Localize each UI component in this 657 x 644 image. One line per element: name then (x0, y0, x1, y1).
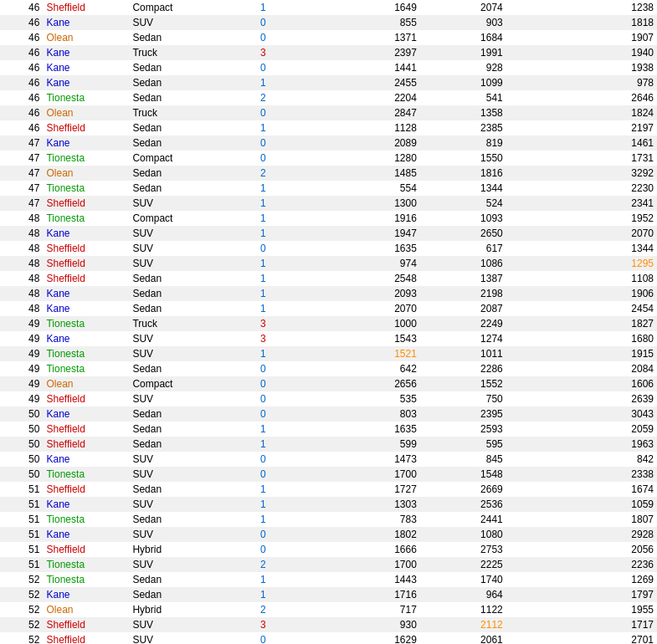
row-spacer2 (506, 512, 571, 527)
row-v2: 2074 (420, 0, 506, 15)
row-v2: 1086 (420, 256, 506, 271)
row-v3: 2928 (571, 527, 657, 542)
row-city: Kane (43, 587, 129, 602)
row-spacer2 (506, 406, 571, 422)
row-spacer1 (269, 30, 334, 45)
row-v3: 1606 (571, 376, 657, 391)
row-spacer1 (269, 286, 334, 301)
row-spacer1 (269, 406, 334, 422)
row-type: Sedan (129, 361, 226, 376)
row-num: 50 (0, 406, 43, 422)
row-city: Kane (43, 226, 129, 241)
row-type: SUV (129, 632, 226, 644)
row-type: SUV (129, 391, 226, 406)
row-city: Sheffield (43, 241, 129, 256)
row-flag: 1 (226, 286, 269, 301)
row-v3: 1295 (571, 256, 657, 271)
row-flag: 0 (226, 527, 269, 542)
row-flag: 3 (226, 45, 269, 60)
row-num: 49 (0, 316, 43, 331)
row-v1: 642 (334, 361, 420, 376)
table-row: 47 Kane Sedan 0 2089 819 1461 (0, 135, 657, 151)
row-spacer2 (506, 241, 571, 256)
row-v1: 930 (334, 617, 420, 632)
row-city: Kane (43, 75, 129, 90)
row-spacer2 (506, 316, 571, 331)
row-spacer2 (506, 286, 571, 301)
row-city: Kane (43, 301, 129, 316)
row-city: Tionesta (43, 211, 129, 226)
row-spacer1 (269, 15, 334, 30)
row-v3: 2639 (571, 391, 657, 406)
row-city: Tionesta (43, 181, 129, 196)
row-v1: 1635 (334, 241, 420, 256)
row-city: Kane (43, 286, 129, 301)
row-spacer1 (269, 542, 334, 557)
row-flag: 0 (226, 376, 269, 391)
table-row: 48 Kane SUV 1 1947 2650 2070 (0, 226, 657, 241)
row-v2: 1122 (420, 602, 506, 617)
row-v3: 1059 (571, 497, 657, 512)
row-spacer1 (269, 211, 334, 226)
row-flag: 1 (226, 346, 269, 361)
row-spacer2 (506, 422, 571, 437)
row-type: Truck (129, 316, 226, 331)
row-flag: 0 (226, 105, 269, 120)
row-city: Olean (43, 602, 129, 617)
row-spacer2 (506, 527, 571, 542)
row-flag: 0 (226, 60, 269, 75)
row-spacer1 (269, 482, 334, 497)
row-v2: 1093 (420, 211, 506, 226)
table-row: 52 Sheffield SUV 3 930 2112 1717 (0, 617, 657, 632)
row-num: 50 (0, 437, 43, 452)
row-num: 51 (0, 482, 43, 497)
row-v3: 1674 (571, 482, 657, 497)
row-spacer1 (269, 452, 334, 467)
row-flag: 1 (226, 271, 269, 286)
row-spacer1 (269, 467, 334, 482)
row-type: Sedan (129, 90, 226, 105)
row-spacer2 (506, 135, 571, 151)
row-num: 52 (0, 632, 43, 644)
row-flag: 1 (226, 211, 269, 226)
row-spacer1 (269, 316, 334, 331)
row-flag: 0 (226, 30, 269, 45)
row-v3: 1940 (571, 45, 657, 60)
row-flag: 0 (226, 391, 269, 406)
row-type: SUV (129, 497, 226, 512)
row-spacer1 (269, 166, 334, 181)
row-v3: 1461 (571, 135, 657, 151)
row-city: Sheffield (43, 0, 129, 15)
row-v2: 2593 (420, 422, 506, 437)
row-v3: 1938 (571, 60, 657, 75)
row-spacer2 (506, 120, 571, 135)
row-v2: 1080 (420, 527, 506, 542)
row-city: Tionesta (43, 361, 129, 376)
row-flag: 1 (226, 497, 269, 512)
row-num: 46 (0, 60, 43, 75)
row-city: Tionesta (43, 557, 129, 572)
row-spacer2 (506, 196, 571, 211)
row-v2: 2536 (420, 497, 506, 512)
row-v2: 964 (420, 587, 506, 602)
row-num: 48 (0, 241, 43, 256)
row-v1: 1485 (334, 166, 420, 181)
row-type: SUV (129, 331, 226, 346)
table-row: 51 Tionesta Sedan 1 783 2441 1807 (0, 512, 657, 527)
row-type: Truck (129, 105, 226, 120)
row-num: 51 (0, 542, 43, 557)
row-spacer1 (269, 271, 334, 286)
row-type: Sedan (129, 30, 226, 45)
table-row: 47 Tionesta Compact 0 1280 1550 1731 (0, 151, 657, 166)
row-num: 48 (0, 286, 43, 301)
row-v3: 1952 (571, 211, 657, 226)
row-v3: 1915 (571, 346, 657, 361)
row-v1: 1543 (334, 331, 420, 346)
row-v2: 2225 (420, 557, 506, 572)
row-spacer2 (506, 256, 571, 271)
table-row: 46 Kane SUV 0 855 903 1818 (0, 15, 657, 30)
row-flag: 0 (226, 452, 269, 467)
row-num: 47 (0, 166, 43, 181)
row-v2: 1344 (420, 181, 506, 196)
row-v2: 1684 (420, 30, 506, 45)
